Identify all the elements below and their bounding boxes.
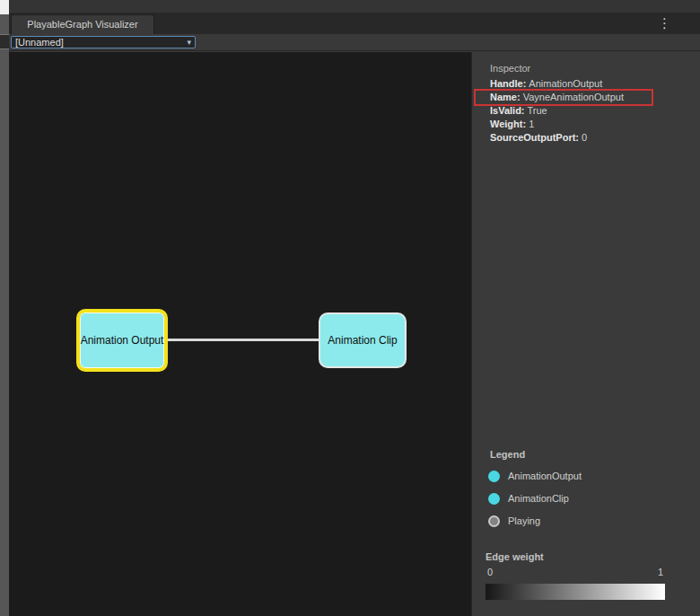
tab-bar: PlayableGraph Visualizer ⋮ [9,13,700,34]
dock-edge-strip [0,14,9,616]
inspector-fields: Handle:AnimationOutput Name:VayneAnimati… [472,77,700,145]
graph-edge [167,339,319,341]
node-label: Animation Output [81,333,164,348]
kebab-menu-icon[interactable]: ⋮ [658,16,671,31]
dropdown-caret-icon: ▾ [187,38,191,47]
edge-weight-gradient [486,584,665,600]
edge-weight-scale: 0 1 [486,567,665,577]
node-label: Animation Clip [328,333,397,348]
legend-item-animationoutput: AnimationOutput [488,469,582,483]
tab-label: PlayableGraph Visualizer [27,19,137,30]
inspector-title: Inspector [490,63,530,74]
field-label: IsValid: [490,105,525,116]
field-value: AnimationOutput [529,78,602,89]
node-animation-clip[interactable]: Animation Clip [319,312,407,368]
field-handle: Handle:AnimationOutput [472,77,700,91]
field-label: Name: [490,92,521,102]
field-value: 0 [582,132,587,143]
field-value: VayneAnimationOutput [523,92,624,102]
field-name: Name:VayneAnimationOutput [472,91,700,104]
inspector-panel: Inspector Handle:AnimationOutput Name:Va… [471,52,700,616]
legend-title: Legend [490,449,525,460]
animationoutput-dot-icon [488,471,500,482]
field-sourceoutputport: SourceOutputPort:0 [472,131,700,145]
legend-item-playing: Playing [488,514,540,528]
graph-canvas[interactable]: Animation Output Animation Clip [9,52,471,616]
edge-weight-max: 1 [658,567,663,577]
edge-weight-min: 0 [487,567,493,577]
field-label: Weight: [490,119,526,129]
tab-playablegraph-visualizer[interactable]: PlayableGraph Visualizer [11,14,154,34]
graph-selector-value: [Unnamed] [15,37,183,48]
animationclip-dot-icon [488,493,500,505]
legend-label: AnimationClip [508,493,569,504]
node-animation-output[interactable]: Animation Output [76,309,168,372]
legend-item-animationclip: AnimationClip [488,491,569,506]
collapsed-tab-icon[interactable] [0,34,9,49]
field-value: 1 [529,119,534,129]
window-top-strip [9,0,700,13]
edge-weight-title: Edge weight [486,551,544,562]
field-isvalid: IsValid:True [472,104,700,118]
field-weight: Weight:1 [472,118,700,131]
field-label: SourceOutputPort: [490,132,579,143]
page-background-corner [0,0,9,14]
field-label: Handle: [490,78,526,89]
legend-label: Playing [508,515,540,526]
graph-selector-dropdown[interactable]: [Unnamed] ▾ [11,36,196,48]
playing-dot-icon [488,515,500,527]
field-value: True [528,105,547,116]
legend-label: AnimationOutput [508,471,582,481]
toolbar: [Unnamed] ▾ [9,34,700,51]
